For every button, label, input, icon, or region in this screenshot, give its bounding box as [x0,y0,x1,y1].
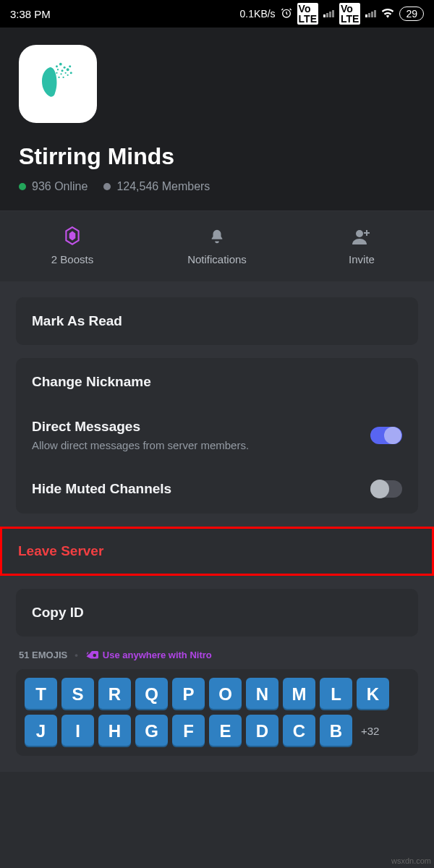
leave-server-label: Leave Server [18,543,103,558]
emoji-tile[interactable]: I [61,715,94,747]
copy-id-label: Copy ID [32,605,402,621]
boost-icon [0,226,145,247]
emoji-tile[interactable]: H [98,715,131,747]
notifications-action[interactable]: Notifications [145,211,289,281]
content: Mark As Read Change Nickname Direct Mess… [0,281,434,772]
change-nickname-button[interactable]: Change Nickname [32,374,402,404]
server-meta: 936 Online 124,546 Members [19,180,415,193]
hide-muted-label: Hide Muted Channels [32,481,171,497]
emoji-tile[interactable]: L [320,678,352,710]
change-nickname-label: Change Nickname [32,374,151,390]
nitro-icon [85,650,98,660]
emoji-tile[interactable]: R [98,678,131,710]
emoji-tile[interactable]: N [246,678,278,710]
nitro-prompt-label: Use anywhere with Nitro [103,650,212,660]
emoji-grid: TSRQPONMLKJIHGFEDCB+32 [25,678,409,747]
mark-as-read-label: Mark As Read [32,313,402,329]
server-header: Stirring Minds 936 Online 124,546 Member… [0,27,434,210]
emoji-header: 51 EMOJIS • Use anywhere with Nitro [19,650,418,660]
svg-point-11 [56,72,57,74]
action-row: 2 Boosts Notifications Invite [0,210,434,281]
svg-point-7 [57,69,59,70]
svg-point-6 [69,65,71,67]
emoji-tile[interactable]: K [357,678,389,710]
emoji-tile[interactable]: P [172,678,205,710]
server-name: Stirring Minds [19,143,415,170]
emoji-tile[interactable]: F [172,715,205,747]
mark-as-read-button[interactable]: Mark As Read [16,297,418,345]
status-bar: 3:38 PM 0.1KB/s VoLTE VoLTE 29 [0,0,434,27]
svg-point-15 [356,230,363,237]
server-icon[interactable] [19,45,97,123]
status-time: 3:38 PM [10,8,51,20]
invite-icon [289,226,434,247]
online-dot-icon [19,183,26,190]
direct-messages-label: Direct Messages [32,419,370,435]
invite-label: Invite [289,253,434,265]
emoji-count: 51 EMOJIS [19,650,67,660]
copy-id-button[interactable]: Copy ID [16,589,418,637]
invite-action[interactable]: Invite [289,211,434,281]
svg-point-13 [58,77,59,78]
emoji-tile[interactable]: B [320,715,352,747]
svg-point-5 [61,69,64,72]
settings-group: Change Nickname Direct Messages Allow di… [16,358,418,514]
svg-point-3 [64,67,66,69]
svg-point-9 [70,72,72,74]
emoji-tile[interactable]: Q [135,678,168,710]
emoji-tile[interactable]: O [209,678,242,710]
alarm-icon [281,7,292,21]
notifications-label: Notifications [145,253,289,265]
net-speed: 0.1KB/s [240,8,276,20]
members-dot-icon [103,183,111,190]
nitro-prompt-button[interactable]: Use anywhere with Nitro [85,650,212,660]
online-count: 936 Online [32,180,88,192]
svg-point-1 [56,65,58,67]
emoji-tile[interactable]: M [283,678,315,710]
svg-point-10 [60,73,61,75]
svg-point-4 [67,68,69,71]
emoji-card: TSRQPONMLKJIHGFEDCB+32 [16,669,418,756]
svg-point-14 [62,77,64,78]
leave-server-button[interactable]: Leave Server [0,527,434,576]
hide-muted-row: Hide Muted Channels [32,466,402,498]
direct-messages-row: Direct Messages Allow direct messages fr… [32,404,402,466]
emoji-tile[interactable]: S [61,678,94,710]
boosts-label: 2 Boosts [0,253,145,265]
svg-point-12 [67,75,69,76]
lte-badge-1: VoLTE [297,3,318,25]
emoji-tile[interactable]: J [25,715,57,747]
svg-point-8 [65,72,67,74]
direct-messages-toggle[interactable] [370,427,402,444]
emoji-more[interactable]: +32 [357,725,379,737]
hide-muted-toggle[interactable] [370,480,402,498]
svg-point-16 [93,653,96,657]
status-right: 0.1KB/s VoLTE VoLTE 29 [240,3,424,25]
signal-icon-2 [365,10,376,17]
signal-icon-1 [323,10,334,17]
emoji-tile[interactable]: T [25,678,57,710]
svg-point-2 [59,63,62,66]
emoji-tile[interactable]: D [246,715,278,747]
emoji-tile[interactable]: E [209,715,242,747]
wifi-icon [381,8,394,20]
bell-icon [145,226,289,247]
emoji-tile[interactable]: G [135,715,168,747]
battery-indicator: 29 [399,7,424,21]
members-count: 124,546 Members [116,180,210,192]
lte-badge-2: VoLTE [339,3,360,25]
boosts-action[interactable]: 2 Boosts [0,211,145,281]
direct-messages-sub: Allow direct messages from server member… [32,439,370,451]
emoji-tile[interactable]: C [283,715,315,747]
watermark: wsxdn.com [391,856,431,865]
